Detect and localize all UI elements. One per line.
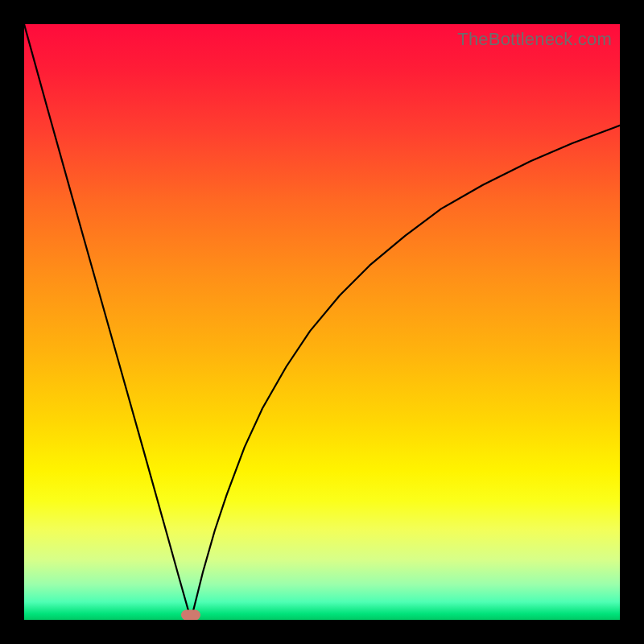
chart-frame: TheBottleneck.com (0, 0, 644, 644)
plot-area: TheBottleneck.com (24, 24, 620, 620)
curve-right-branch (191, 126, 620, 620)
curve-left-branch (24, 24, 191, 620)
optimal-point-marker (181, 610, 200, 620)
bottleneck-curve (24, 24, 620, 620)
